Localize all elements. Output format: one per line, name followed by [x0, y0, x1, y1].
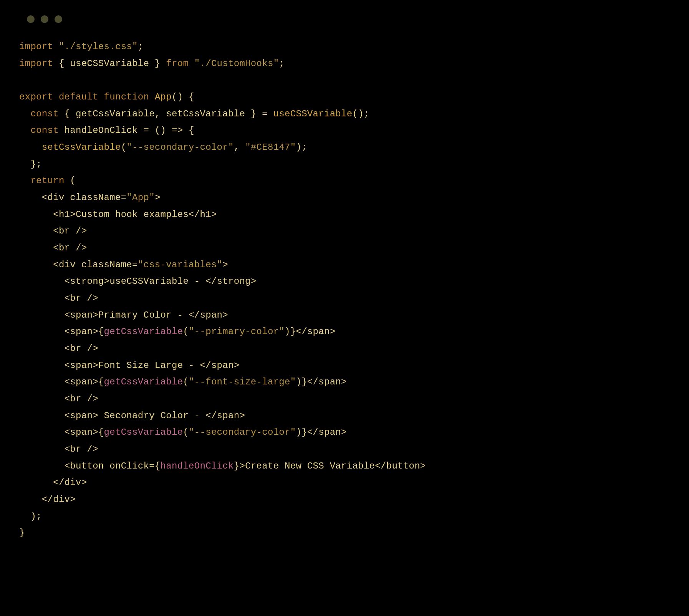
maximize-icon[interactable]: [55, 15, 62, 23]
code-line: </div>: [19, 477, 87, 488]
code-line: <br />: [19, 343, 98, 354]
code-line: return (: [19, 176, 76, 186]
code-line: );: [19, 511, 42, 522]
close-icon[interactable]: [27, 15, 35, 23]
code-line: import { useCSSVariable } from "./Custom…: [19, 58, 285, 69]
code-line: <br />: [19, 226, 87, 236]
code-line: <strong>useCSSVariable - </strong>: [19, 276, 257, 286]
code-line: <span> Seconadry Color - </span>: [19, 411, 245, 421]
code-line: const handleOnClick = () => {: [19, 125, 194, 136]
code-line: export default function App() {: [19, 92, 194, 102]
code-line: <span>Font Size Large - </span>: [19, 360, 239, 371]
code-window: import "./styles.css"; import { useCSSVa…: [0, 0, 689, 616]
code-block: import "./styles.css"; import { useCSSVa…: [19, 38, 670, 541]
code-line: import "./styles.css";: [19, 41, 143, 52]
code-line: <br />: [19, 394, 98, 404]
code-line: }: [19, 528, 25, 538]
window-controls: [27, 15, 670, 23]
code-line: <br />: [19, 243, 87, 253]
minimize-icon[interactable]: [41, 15, 48, 23]
code-line: </div>: [19, 494, 76, 505]
code-line: <button onClick={handleOnClick}>Create N…: [19, 461, 426, 471]
code-line: setCssVariable("--secondary-color", "#CE…: [19, 142, 307, 152]
code-line: <div className="App">: [19, 192, 161, 203]
code-line: <span>{getCssVariable("--secondary-color…: [19, 427, 347, 437]
code-line: <div className="css-variables">: [19, 260, 228, 270]
code-line: <span>{getCssVariable("--primary-color")…: [19, 326, 335, 337]
code-line: <span>{getCssVariable("--font-size-large…: [19, 377, 347, 387]
code-line: <span>Primary Color - </span>: [19, 310, 228, 320]
code-line: <br />: [19, 444, 98, 454]
code-line: <br />: [19, 293, 98, 303]
code-line: const { getCssVariable, setCssVariable }…: [19, 109, 369, 119]
code-line: };: [19, 159, 42, 169]
code-line: <h1>Custom hook examples</h1>: [19, 209, 217, 220]
